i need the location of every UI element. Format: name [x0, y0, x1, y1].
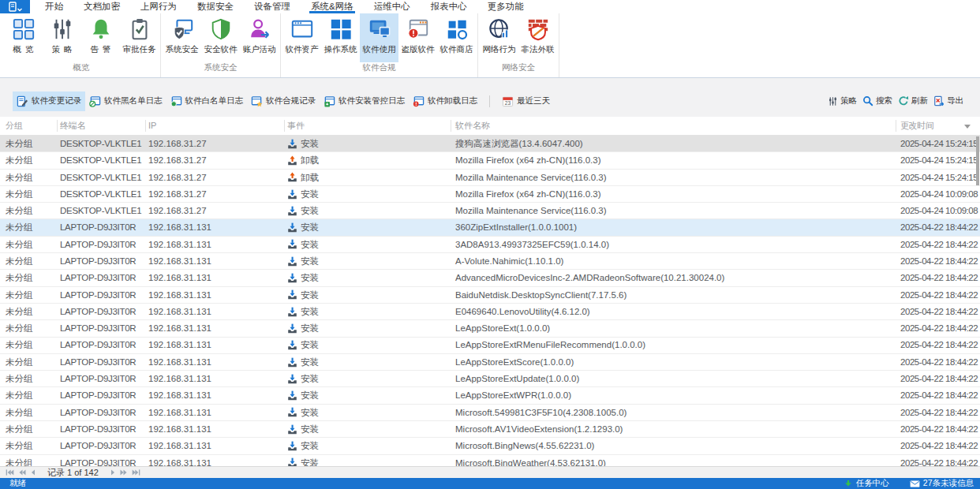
uninstall-event-icon	[287, 155, 297, 166]
ribbon-item-2-1[interactable]: 操作系统	[321, 13, 360, 62]
table-row[interactable]: 未分组LAPTOP-D9J3IT0R192.168.31.131安装LeAppS…	[0, 387, 980, 404]
ribbon-item-label: 网络行为	[483, 44, 516, 55]
table-row[interactable]: 未分组LAPTOP-D9J3IT0R192.168.31.131安装LeAppS…	[0, 320, 980, 337]
toolbar-action-0[interactable]: 策略	[825, 91, 859, 110]
task-center-button[interactable]: 任务中心	[843, 478, 889, 489]
table-row[interactable]: 未分组LAPTOP-D9J3IT0R192.168.31.131安装Micros…	[0, 438, 980, 454]
table-row[interactable]: 未分组DESKTOP-VLKTLE1192.168.31.27安装Mozilla…	[0, 186, 980, 203]
menu-item-7[interactable]: 报表中心	[421, 0, 477, 13]
ribbon-item-1-2[interactable]: 账户活动	[240, 13, 279, 62]
column-header-4[interactable]: 软件名称	[451, 117, 896, 135]
last-page-button[interactable]	[132, 469, 140, 476]
ribbon-item-3-0[interactable]: 网络行为	[480, 13, 518, 62]
ribbon-item-2-2[interactable]: 软件使用	[360, 13, 398, 62]
column-header-0[interactable]: 分组	[0, 117, 57, 135]
table-row[interactable]: 未分组LAPTOP-D9J3IT0R192.168.31.131安装LeAppS…	[0, 354, 980, 371]
table-row[interactable]: 未分组LAPTOP-D9J3IT0R192.168.31.131安装Micros…	[0, 405, 980, 421]
table-row[interactable]: 未分组LAPTOP-D9J3IT0R192.168.31.131安装A-Volu…	[0, 253, 980, 270]
blacklist-log-icon	[89, 95, 101, 107]
cell-event: 安装	[284, 270, 451, 286]
cell-software: AdvancedMicroDevicesInc-2.AMDRadeonSoftw…	[451, 270, 896, 286]
toolbar-tab-2[interactable]: 软件白名单日志	[166, 91, 248, 111]
cell-event: 卸载	[284, 152, 451, 168]
alert-bell-icon	[89, 17, 113, 41]
cell-event: 安装	[284, 455, 451, 466]
system-security-icon	[170, 17, 194, 41]
app-menu-button[interactable]	[0, 0, 30, 13]
install-event-icon	[287, 323, 297, 334]
menu-item-1[interactable]: 文档加密	[73, 0, 130, 13]
ribbon-item-1-0[interactable]: 系统安全	[163, 13, 201, 62]
install-event-icon	[287, 273, 297, 283]
toolbar-tab-label: 软件黑名单日志	[104, 95, 163, 106]
sort-caret-icon[interactable]	[964, 125, 971, 129]
cell-event: 安装	[284, 320, 451, 336]
toolbar-tab-3[interactable]: 软件合规记录	[247, 91, 320, 111]
toolbar-action-2[interactable]: 刷新	[896, 91, 930, 110]
prev-record-button[interactable]	[31, 469, 36, 476]
cell-event: 安装	[284, 421, 451, 437]
cell-time: 2025-04-22 18:44:22	[896, 387, 980, 403]
first-page-button[interactable]	[6, 469, 14, 476]
unread-messages-button[interactable]: 27条未读信息	[910, 478, 974, 489]
ribbon-item-1-1[interactable]: 安全软件	[201, 13, 240, 62]
cell-event: 安装	[284, 203, 451, 218]
menu-item-8[interactable]: 更多功能	[477, 0, 534, 13]
ribbon-item-0-3[interactable]: 审批任务	[120, 13, 159, 62]
cell-ip: 192.168.31.131	[145, 438, 284, 454]
date-filter-label: 最近三天	[517, 95, 550, 106]
ribbon-item-3-1[interactable]: 非法外联	[518, 13, 557, 62]
vertical-scrollbar[interactable]	[976, 136, 979, 185]
ribbon-item-label: 告警	[91, 44, 115, 55]
table-row[interactable]: 未分组LAPTOP-D9J3IT0R192.168.31.131安装Micros…	[0, 455, 980, 466]
table-row[interactable]: 未分组DESKTOP-VLKTLE1192.168.31.27安装Mozilla…	[0, 203, 980, 219]
ribbon-item-label: 安全软件	[204, 44, 238, 55]
ribbon-group-2: 软件资产操作系统软件使用盗版软件软件商店软件合规	[281, 13, 478, 77]
table-row[interactable]: 未分组LAPTOP-D9J3IT0R192.168.31.131安装Micros…	[0, 421, 980, 438]
toolbar-tab-1[interactable]: 软件黑名单日志	[85, 91, 166, 111]
table-row[interactable]: 未分组DESKTOP-VLKTLE1192.168.31.27卸载Mozilla…	[0, 170, 980, 186]
install-event-icon	[287, 441, 297, 451]
toolbar-tab-5[interactable]: 软件卸载日志	[409, 91, 481, 111]
menu-item-4[interactable]: 设备管理	[244, 0, 301, 13]
table-row[interactable]: 未分组LAPTOP-D9J3IT0R192.168.31.131安装BaiduN…	[0, 287, 980, 304]
table-row[interactable]: 未分组DESKTOP-VLKTLE1192.168.31.27安装搜狗高速浏览器…	[0, 136, 980, 152]
ribbon-item-2-4[interactable]: 软件商店	[437, 13, 476, 62]
ribbon-item-0-0[interactable]: 概览	[4, 13, 43, 62]
toolbar-action-1[interactable]: 搜索	[860, 91, 895, 110]
next-record-button[interactable]	[110, 469, 115, 476]
ribbon-item-2-0[interactable]: 软件资产	[282, 13, 321, 62]
toolbar-tab-4[interactable]: 软件安装管控日志	[320, 91, 409, 111]
prev-page-button[interactable]	[19, 469, 26, 476]
column-header-2[interactable]: IP	[145, 117, 284, 135]
table-row[interactable]: 未分组LAPTOP-D9J3IT0R192.168.31.131安装360Zip…	[0, 219, 980, 236]
table-row[interactable]: 未分组DESKTOP-VLKTLE1192.168.31.27卸载Mozilla…	[0, 152, 980, 169]
ribbon-item-0-1[interactable]: 策略	[43, 13, 81, 62]
menu-item-6[interactable]: 运维中心	[364, 0, 421, 13]
menu-item-3[interactable]: 数据安全	[187, 0, 244, 13]
ribbon-item-0-2[interactable]: 告警	[81, 13, 120, 62]
ribbon-item-label: 软件资产	[286, 44, 319, 55]
toolbar-action-label: 搜索	[876, 95, 892, 106]
calendar-icon: 23	[502, 95, 514, 107]
cell-ip: 192.168.31.131	[145, 387, 284, 403]
column-header-3[interactable]: 事件	[284, 117, 451, 135]
menu-item-0[interactable]: 开始	[35, 0, 73, 13]
table-row[interactable]: 未分组LAPTOP-D9J3IT0R192.168.31.131安装Advanc…	[0, 270, 980, 286]
toolbar-action-3[interactable]: 导出	[931, 91, 966, 110]
table-row[interactable]: 未分组LAPTOP-D9J3IT0R192.168.31.131安装3AD8A9…	[0, 237, 980, 253]
next-page-button[interactable]	[120, 469, 127, 476]
cell-group: 未分组	[0, 438, 57, 454]
date-filter-button[interactable]: 23最近三天	[498, 91, 554, 111]
menu-item-5[interactable]: 系统&网络	[301, 0, 364, 13]
table-header: 分组终端名IP事件软件名称更改时间	[0, 117, 980, 136]
column-header-1[interactable]: 终端名	[57, 117, 145, 135]
cell-terminal: DESKTOP-VLKTLE1	[57, 186, 145, 202]
cell-terminal: DESKTOP-VLKTLE1	[57, 136, 145, 151]
table-row[interactable]: 未分组LAPTOP-D9J3IT0R192.168.31.131安装LeAppS…	[0, 371, 980, 387]
table-row[interactable]: 未分组LAPTOP-D9J3IT0R192.168.31.131安装LeAppS…	[0, 338, 980, 354]
toolbar-tab-0[interactable]: 软件变更记录	[13, 91, 85, 111]
table-row[interactable]: 未分组LAPTOP-D9J3IT0R192.168.31.131安装E04696…	[0, 304, 980, 320]
ribbon-item-2-3[interactable]: 盗版软件	[398, 13, 437, 62]
menu-item-2[interactable]: 上网行为	[130, 0, 187, 13]
